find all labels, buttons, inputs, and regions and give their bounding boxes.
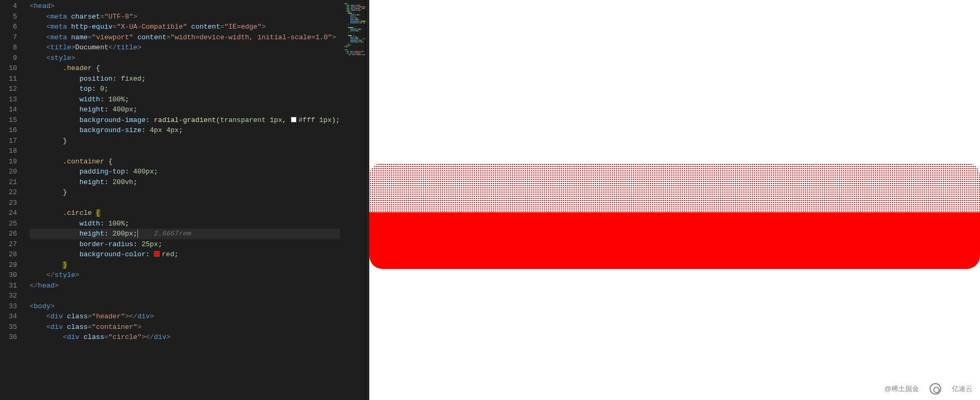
code-line[interactable]: </head> [30,281,340,291]
token-prop: width [80,220,100,228]
token-tag: div [154,333,166,341]
code-line[interactable]: <title>Document</title> [30,42,340,53]
token-colon: ; [133,106,137,114]
token-attr: charset [71,13,100,21]
token-colon: : [104,178,112,186]
token-punc: > [150,312,154,320]
token-white: Document [75,44,108,51]
code-line[interactable]: top: 0; [30,84,340,94]
code-line[interactable] [30,291,340,301]
token-colon: ; [179,126,183,134]
minimap-line [343,24,366,25]
minimap-line [343,41,366,42]
code-line[interactable]: <meta http-equiv="X-UA-Compatible" conte… [30,22,340,32]
token-punc: = [88,33,92,41]
code-line[interactable]: <head> [30,1,340,12]
line-number: 31 [0,281,17,291]
live-preview-pane[interactable]: @稀土掘金 亿速云 [369,0,980,400]
token-num: 100% [108,95,125,103]
code-line[interactable]: border-radius: 25px; [30,239,340,250]
preview-circle-element [369,163,980,269]
code-line[interactable]: } [30,260,340,271]
token-colon: : [125,168,133,176]
code-line[interactable]: <body> [30,301,340,312]
minimap-line [343,32,366,33]
code-line[interactable]: <div class="header"></div> [30,311,340,322]
minimap-line [343,6,366,7]
minimap-line [343,40,366,41]
token-num: #fff [299,116,315,124]
code-line[interactable]: .circle { [30,208,340,219]
token-tag: meta [50,23,67,31]
token-str: "header" [92,312,125,320]
minimap-line [343,43,366,44]
token-str: "viewport" [92,33,133,41]
token-punc: > [50,2,55,10]
code-line[interactable]: height: 200vh; [30,177,340,188]
line-number: 33 [0,301,17,312]
token-sel: .circle [63,209,92,217]
minimap-line [343,53,366,54]
minimap-line [343,14,366,15]
code-line[interactable] [30,146,340,156]
minimap-line [343,46,366,47]
token-punc: < [30,2,34,10]
token-punc: ></ [125,312,137,320]
code-line[interactable]: } [30,187,340,198]
code-line[interactable]: width: 100%; [30,94,340,105]
token-colon: : [100,220,109,228]
line-number: 35 [0,322,17,333]
token-punc: = [220,23,224,31]
code-line[interactable]: background-image: radial-gradient(transp… [30,115,340,126]
token-brace-hl: { [96,209,100,217]
minimap-line [343,3,366,4]
minimap-line [343,51,366,52]
line-number: 28 [0,249,17,260]
line-number: 25 [0,219,17,229]
line-number: 8 [0,42,17,53]
code-line[interactable]: <style> [30,53,340,64]
token-hint: 2.6667rem [154,230,191,238]
token-punc: < [46,312,50,320]
token-punc: > [262,23,266,31]
code-line[interactable]: <div class="container"> [30,322,340,333]
code-area[interactable]: <head> <meta charset="UTF-8"> <meta http… [27,0,340,400]
minimap-line [343,8,366,9]
token-punc: > [71,54,75,62]
code-line[interactable] [30,198,340,208]
code-line[interactable]: padding-top: 400px; [30,167,340,177]
token-punc: < [30,302,34,310]
token-num: transparent [220,116,266,124]
code-line[interactable]: } [30,136,340,146]
code-line[interactable]: <meta charset="UTF-8"> [30,12,340,22]
token-attr: class [67,312,88,320]
red-color-swatch-icon[interactable] [154,251,160,257]
code-line[interactable]: .header { [30,63,340,74]
token-punc: > [137,323,142,331]
token-func: radial-gradient [154,116,216,124]
code-line[interactable]: height: 400px; [30,105,340,115]
code-line[interactable]: background-color: red; [30,249,340,260]
code-line[interactable]: height: 200px; 2.6667rem [30,229,340,239]
token-tag: style [50,54,71,62]
token-colon: ; [133,230,137,238]
code-line[interactable]: <div class="circle"></div> [30,332,340,343]
token-num: 4px [166,126,178,134]
code-line[interactable]: background-size: 4px 4px; [30,125,340,136]
minimap-line [343,10,366,11]
line-number: 23 [0,198,17,208]
code-line[interactable]: </style> [30,270,340,281]
code-line[interactable]: <meta name="viewport" content="width=dev… [30,32,340,43]
code-line[interactable]: width: 100%; [30,219,340,229]
minimap-line [343,16,366,17]
token-colon: ; [104,85,108,93]
code-line[interactable]: .container { [30,156,340,167]
code-line[interactable]: position: fixed; [30,74,340,84]
white-color-swatch-icon[interactable] [291,117,297,123]
line-number: 30 [0,270,17,281]
watermark-right: 亿速云 [952,384,973,394]
minimap[interactable] [340,0,366,400]
minimap-line [343,13,366,14]
line-number: 12 [0,84,17,94]
token-tag: style [55,271,75,279]
